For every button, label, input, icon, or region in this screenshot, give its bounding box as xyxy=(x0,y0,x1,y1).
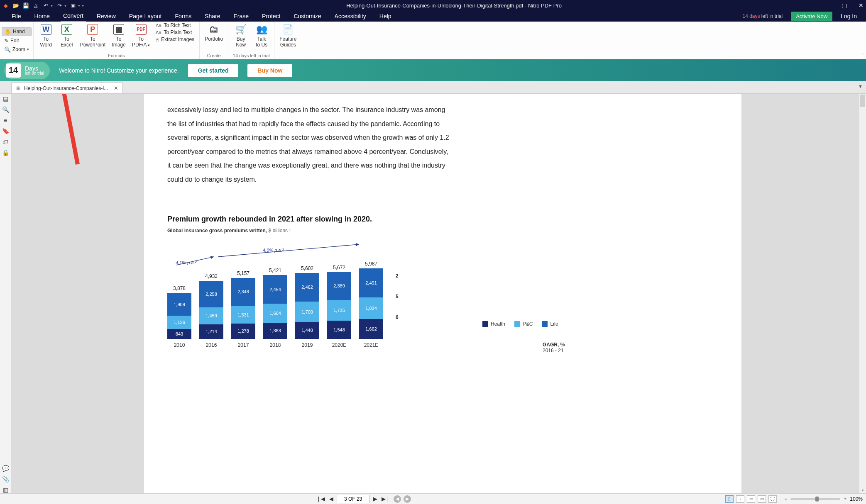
portfolio-button[interactable]: 🗂Portfolio xyxy=(202,22,225,42)
security-panel-icon[interactable]: 🔒 xyxy=(2,149,9,156)
extract-images-button[interactable]: ⎘Extract Images xyxy=(156,37,194,42)
close-button[interactable]: ✕ xyxy=(859,2,864,9)
formats-group: WTo Word XTo Excel PTo PowerPoint ▦To Im… xyxy=(34,22,200,59)
svg-line-1 xyxy=(218,244,359,257)
trial-banner: 14 Daysleft on trial Welcome to Nitro! C… xyxy=(0,59,866,81)
to-powerpoint-button[interactable]: PTo PowerPoint xyxy=(78,22,108,48)
menu-accessibility[interactable]: Accessibility xyxy=(332,11,369,21)
menu-page-layout[interactable]: Page Layout xyxy=(127,11,164,21)
menu-share[interactable]: Share xyxy=(202,11,223,21)
open-icon[interactable]: 📂 xyxy=(12,2,19,9)
undo-icon[interactable]: ↶ xyxy=(42,2,49,9)
zoom-in-button[interactable]: + xyxy=(844,496,846,502)
trial-status: 14 days left in trial xyxy=(742,13,783,19)
to-word-button[interactable]: WTo Word xyxy=(36,22,56,48)
page-navigation: ❘◀ ◀ 3 OF 23 ▶ ▶❘ ◀ ▶ xyxy=(316,495,411,503)
first-page-button[interactable]: ❘◀ xyxy=(316,496,326,502)
quick-access-toolbar: ◆ 📂 💾 🖨 ↶▾ ↷▾ ▣▾ ▾ xyxy=(2,2,84,9)
create-group: 🗂Portfolio Create xyxy=(200,22,228,59)
trial-caption: 14 days left in trial xyxy=(233,52,270,58)
view-continuous[interactable]: ⫞ xyxy=(736,495,744,503)
to-pdfa-button[interactable]: PDFTo PDF/A ▾ xyxy=(130,22,152,48)
richtext-icon: Aa xyxy=(156,23,161,28)
menu-help[interactable]: Help xyxy=(377,11,394,21)
menu-customize[interactable]: Customize xyxy=(291,11,323,21)
activate-button[interactable]: Activate Now xyxy=(791,12,832,21)
menu-erase[interactable]: Erase xyxy=(231,11,252,21)
layers-panel-icon[interactable]: ≡ xyxy=(4,117,7,124)
menu-bar: File Home Convert Review Page Layout For… xyxy=(0,11,866,22)
menu-forms[interactable]: Forms xyxy=(172,11,194,21)
menu-home[interactable]: Home xyxy=(32,11,52,21)
vertical-scrollbar[interactable]: ▴ ▾ xyxy=(859,94,866,493)
edit-tool[interactable]: ✎Edit xyxy=(2,37,32,45)
document-tab-strip: 🗎 Helping-Out-Insurance-Companies-i... ✕… xyxy=(0,81,866,94)
collapse-ribbon-icon[interactable]: ˆ xyxy=(862,53,864,58)
view-facing-continuous[interactable]: ▭ xyxy=(758,495,766,503)
view-fullscreen[interactable]: ⛶ xyxy=(768,495,777,503)
view-single[interactable]: ▯ xyxy=(725,495,734,503)
print-icon[interactable]: 🖨 xyxy=(32,2,39,9)
pdfa-icon: PDF xyxy=(136,24,147,35)
prev-page-button[interactable]: ◀ xyxy=(328,496,334,502)
nav-back-button[interactable]: ◀ xyxy=(394,495,401,503)
comments-panel-icon[interactable]: 💬 xyxy=(2,465,9,472)
chart-container: Premium growth rebounded in 2021 after s… xyxy=(167,215,718,348)
side-rail: ▤ 🔍 ≡ 🔖 🏷 🔒 💬 📎 ▥ xyxy=(0,94,11,493)
screenshot-icon[interactable]: ▣ xyxy=(70,2,76,9)
scroll-down-icon[interactable]: ▾ xyxy=(859,488,866,492)
zoom-slider[interactable] xyxy=(790,498,840,500)
page-indicator[interactable]: 3 OF 23 xyxy=(337,495,370,503)
last-page-button[interactable]: ▶❘ xyxy=(381,496,391,502)
document-viewer[interactable]: excessively lossy and led to multiple ch… xyxy=(11,94,866,493)
maximize-button[interactable]: ▢ xyxy=(842,2,847,9)
to-plain-text-button[interactable]: AaTo Plain Text xyxy=(156,29,194,35)
nav-forward-button[interactable]: ▶ xyxy=(404,495,411,503)
to-image-button[interactable]: ▦To Image xyxy=(109,22,129,48)
zoom-knob[interactable] xyxy=(815,497,819,502)
zoom-tool[interactable]: 🔍Zoom ▾ xyxy=(2,46,32,54)
pages-panel-icon[interactable]: ▤ xyxy=(3,95,8,102)
to-excel-button[interactable]: XTo Excel xyxy=(57,22,77,48)
zoom-control: − + 100% xyxy=(784,496,863,502)
to-rich-text-button[interactable]: AaTo Rich Text xyxy=(156,22,194,28)
legend-swatch-health xyxy=(482,321,488,327)
image-icon: ▦ xyxy=(113,24,124,35)
tags-panel-icon[interactable]: 🏷 xyxy=(2,139,8,145)
close-tab-icon[interactable]: ✕ xyxy=(114,85,118,91)
scrollbar-thumb[interactable] xyxy=(860,95,865,107)
hand-tool[interactable]: ✋Hand xyxy=(2,27,32,36)
talk-icon: 👥 xyxy=(256,24,267,35)
legend-swatch-pc xyxy=(514,321,520,327)
cart-icon: 🛒 xyxy=(235,24,246,35)
text-convert-list: AaTo Rich Text AaTo Plain Text ⎘Extract … xyxy=(153,22,197,42)
zoom-out-button[interactable]: − xyxy=(784,496,787,502)
edit-icon: ✎ xyxy=(4,38,9,44)
view-facing[interactable]: ▭ xyxy=(747,495,755,503)
next-page-button[interactable]: ▶ xyxy=(372,496,378,502)
menu-review[interactable]: Review xyxy=(94,11,118,21)
tab-menu-icon[interactable]: ▼ xyxy=(858,84,863,89)
output-panel-icon[interactable]: ▥ xyxy=(3,487,8,493)
search-panel-icon[interactable]: 🔍 xyxy=(2,106,9,113)
redo-icon[interactable]: ↷ xyxy=(56,2,63,9)
menu-protect[interactable]: Protect xyxy=(259,11,283,21)
buy-now-ribbon-button[interactable]: 🛒Buy Now xyxy=(231,22,251,48)
pdf-page: excessively lossy and led to multiple ch… xyxy=(144,94,741,493)
minimize-button[interactable]: — xyxy=(824,2,830,9)
doc-icon: 🗎 xyxy=(16,85,21,91)
login-button[interactable]: Log In xyxy=(841,13,857,19)
feature-guides-button[interactable]: 📄Feature Guides xyxy=(277,22,299,48)
chart-gagr-values: 256 xyxy=(391,260,408,339)
document-tab[interactable]: 🗎 Helping-Out-Insurance-Companies-i... ✕ xyxy=(11,83,123,93)
buy-now-banner-button[interactable]: Buy Now xyxy=(247,64,292,77)
get-started-button[interactable]: Get started xyxy=(188,64,239,77)
menu-file[interactable]: File xyxy=(9,11,24,21)
chart-bars: 3,8788431,1261,9094,9321,2141,4592,2585,… xyxy=(167,260,383,339)
talk-to-us-button[interactable]: 👥Talk to Us xyxy=(252,22,272,48)
portfolio-icon: 🗂 xyxy=(208,24,219,35)
bookmarks-panel-icon[interactable]: 🔖 xyxy=(2,128,9,134)
menu-convert[interactable]: Convert xyxy=(61,11,86,22)
save-icon[interactable]: 💾 xyxy=(22,2,29,9)
attachments-panel-icon[interactable]: 📎 xyxy=(2,476,9,482)
